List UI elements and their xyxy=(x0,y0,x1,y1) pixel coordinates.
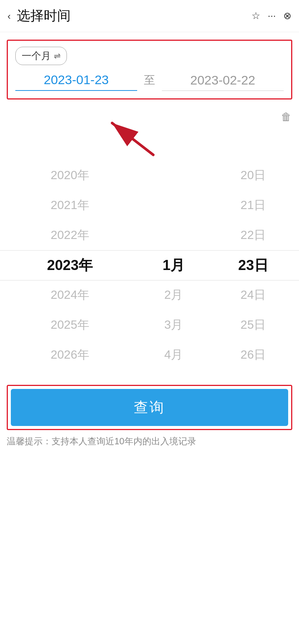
picker-month: 4月 xyxy=(140,340,207,370)
picker-month: 2月 xyxy=(140,280,207,310)
start-date[interactable]: 2023-01-23 xyxy=(15,73,137,91)
picker-month xyxy=(140,160,207,190)
date-range-box: 一个月 ⇌ 2023-01-23 至 2023-02-22 xyxy=(7,40,292,99)
picker-day: 26日 xyxy=(207,340,299,370)
end-date[interactable]: 2023-02-22 xyxy=(162,73,284,91)
more-icon[interactable]: ··· xyxy=(268,10,276,22)
duration-label: 一个月 xyxy=(22,49,51,62)
picker-day: 23日 xyxy=(207,250,299,280)
picker-year: 2025年 xyxy=(0,310,140,340)
picker-table: 2020年20日2021年21日2022年22日2023年1月23日2024年2… xyxy=(0,160,299,370)
picker-row[interactable]: 2023年1月23日 xyxy=(0,250,299,280)
picker-year: 2022年 xyxy=(0,220,140,250)
date-fields: 2023-01-23 至 2023-02-22 xyxy=(15,73,284,91)
picker-year: 2020年 xyxy=(0,160,140,190)
picker-year: 2021年 xyxy=(0,190,140,220)
picker-day: 20日 xyxy=(207,160,299,190)
picker-day: 22日 xyxy=(207,220,299,250)
picker-month: 3月 xyxy=(140,310,207,340)
nav-icons: ☆ ··· ⊗ xyxy=(252,10,292,22)
picker-row[interactable]: 2025年3月25日 xyxy=(0,310,299,340)
picker-row[interactable]: 2024年2月24日 xyxy=(0,280,299,310)
picker-day: 21日 xyxy=(207,190,299,220)
picker-year: 2024年 xyxy=(0,280,140,310)
query-button[interactable]: 查询 xyxy=(11,389,288,426)
picker-section: 2020年20日2021年21日2022年22日2023年1月23日2024年2… xyxy=(0,160,299,370)
picker-row[interactable]: 2020年20日 xyxy=(0,160,299,190)
picker-month: 1月 xyxy=(140,250,207,280)
bookmark-icon[interactable]: ☆ xyxy=(252,10,260,22)
arrow-annotation xyxy=(0,123,299,160)
duration-tag[interactable]: 一个月 ⇌ xyxy=(15,47,67,65)
swap-icon: ⇌ xyxy=(54,51,61,61)
svg-line-1 xyxy=(112,123,153,155)
hint-text: 温馨提示：支持本人查询近10年内的出入境记录 xyxy=(7,435,292,447)
picker-day: 25日 xyxy=(207,310,299,340)
picker-day: 24日 xyxy=(207,280,299,310)
picker-month xyxy=(140,190,207,220)
picker-row[interactable]: 2021年21日 xyxy=(0,190,299,220)
picker-month xyxy=(140,220,207,250)
picker-year: 2023年 xyxy=(0,250,140,280)
date-separator: 至 xyxy=(137,73,162,91)
query-section: 查询 xyxy=(7,385,292,430)
picker-row[interactable]: 2022年22日 xyxy=(0,220,299,250)
nav-bar: ‹ 选择时间 ☆ ··· ⊗ xyxy=(0,0,299,32)
back-button[interactable]: ‹ xyxy=(7,11,11,21)
delete-row: 🗑 xyxy=(0,107,299,123)
picker-year: 2026年 xyxy=(0,340,140,370)
page-title: 选择时间 xyxy=(17,7,252,25)
delete-icon[interactable]: 🗑 xyxy=(281,111,292,123)
close-icon[interactable]: ⊗ xyxy=(283,10,292,22)
picker-row[interactable]: 2026年4月26日 xyxy=(0,340,299,370)
